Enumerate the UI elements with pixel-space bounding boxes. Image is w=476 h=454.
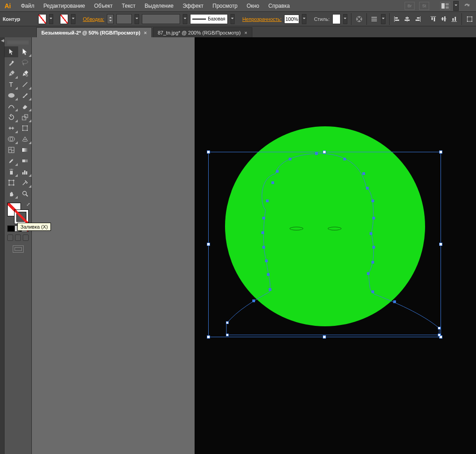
menu-help[interactable]: Справка xyxy=(265,1,293,10)
type-tool[interactable]: T xyxy=(5,79,18,90)
paintbrush-tool[interactable] xyxy=(18,90,32,101)
opacity-link[interactable]: Непрозрачность: xyxy=(242,16,281,22)
anchor-point[interactable] xyxy=(226,334,229,336)
anchor-point[interactable] xyxy=(262,246,265,249)
variable-width-profile[interactable] xyxy=(142,14,180,24)
anchor-point[interactable] xyxy=(370,232,372,235)
anchor-point[interactable] xyxy=(261,231,264,234)
anchor-point[interactable] xyxy=(315,152,318,155)
anchor-point[interactable] xyxy=(362,172,365,175)
fill-swatch[interactable] xyxy=(38,14,46,24)
artboard-tool[interactable] xyxy=(5,177,18,188)
stock-icon[interactable]: St xyxy=(419,2,429,10)
bounding-box[interactable] xyxy=(208,152,441,337)
ellipse-tool[interactable] xyxy=(5,90,18,101)
eraser-tool[interactable] xyxy=(18,101,32,112)
column-graph-tool[interactable] xyxy=(18,166,32,177)
menu-object[interactable]: Объект xyxy=(90,1,116,10)
fill-swatch-dropdown[interactable] xyxy=(49,14,54,24)
direct-selection-tool[interactable] xyxy=(18,46,32,57)
stroke-swatch[interactable] xyxy=(60,14,68,24)
swap-fill-stroke-icon[interactable]: ⤢ xyxy=(26,202,30,207)
draw-behind[interactable] xyxy=(15,234,21,241)
anchor-point[interactable] xyxy=(276,170,279,173)
anchor-point[interactable] xyxy=(289,158,291,160)
anchor-point[interactable] xyxy=(269,288,271,291)
stroke-link[interactable]: Обводка: xyxy=(83,16,104,22)
menu-view[interactable]: Просмотр xyxy=(209,1,241,10)
bbox-handle-ml[interactable] xyxy=(207,243,210,246)
anchor-point[interactable] xyxy=(371,261,374,264)
align-dropdown[interactable] xyxy=(381,14,386,24)
free-transform-tool[interactable] xyxy=(18,123,32,134)
anchor-point[interactable] xyxy=(438,334,441,336)
perspective-grid-tool[interactable] xyxy=(18,134,32,145)
anchor-point[interactable] xyxy=(372,217,375,220)
panel-collapse-gutter[interactable]: ◀◀ xyxy=(0,37,5,454)
zoom-tool[interactable] xyxy=(18,188,32,199)
menu-file[interactable]: Файл xyxy=(17,1,38,10)
anchor-point[interactable] xyxy=(266,200,269,202)
anchor-point[interactable] xyxy=(271,181,274,184)
anchor-point[interactable] xyxy=(366,187,369,190)
anchor-point[interactable] xyxy=(371,200,374,202)
hand-tool[interactable] xyxy=(5,188,18,199)
align-panel-icon[interactable] xyxy=(371,14,378,24)
variable-width-dropdown[interactable] xyxy=(183,14,187,24)
anchor-point[interactable] xyxy=(226,321,229,324)
stroke-weight-field[interactable] xyxy=(116,14,132,24)
opacity-field[interactable]: 100% xyxy=(284,15,299,24)
screen-mode-button[interactable] xyxy=(13,245,24,253)
bbox-handle-tl[interactable] xyxy=(207,150,210,154)
bbox-handle-tr[interactable] xyxy=(439,150,442,154)
lasso-tool[interactable] xyxy=(18,57,32,68)
shaper-tool[interactable] xyxy=(5,101,18,112)
anchor-point[interactable] xyxy=(438,327,441,329)
menu-edit[interactable]: Редактирование xyxy=(40,1,89,10)
anchor-point[interactable] xyxy=(265,259,268,262)
align-hcenter-icon[interactable] xyxy=(403,14,411,24)
bridge-icon[interactable]: Br xyxy=(405,2,415,10)
bbox-handle-bl[interactable] xyxy=(207,335,210,339)
document-tab-1[interactable]: Безымянный-2* @ 50% (RGB/Просмотр) × xyxy=(36,27,152,37)
rotate-tool[interactable] xyxy=(5,112,18,123)
menu-effect[interactable]: Эффект xyxy=(179,1,207,10)
align-top-icon[interactable] xyxy=(429,14,437,24)
eyedropper-tool[interactable] xyxy=(5,155,18,166)
pen-tool[interactable] xyxy=(5,68,18,79)
menu-type[interactable]: Текст xyxy=(118,1,139,10)
sync-settings-icon[interactable] xyxy=(462,2,472,10)
anchor-point[interactable] xyxy=(393,300,396,303)
align-right-icon[interactable] xyxy=(414,14,421,24)
document-tab-2[interactable]: 87_tn.jpg* @ 200% (RGB/Просмотр) × xyxy=(153,27,252,37)
scale-tool[interactable] xyxy=(18,112,32,123)
symbol-sprayer-tool[interactable] xyxy=(5,166,18,177)
anchor-point[interactable] xyxy=(252,299,255,302)
align-left-icon[interactable] xyxy=(393,14,401,24)
draw-inside[interactable] xyxy=(23,234,29,241)
anchor-point[interactable] xyxy=(367,272,370,275)
bbox-handle-mr[interactable] xyxy=(439,243,442,246)
recolor-artwork-icon[interactable] xyxy=(355,14,363,24)
curvature-tool[interactable] xyxy=(18,68,32,79)
anchor-point[interactable] xyxy=(372,246,375,249)
magic-wand-tool[interactable] xyxy=(5,57,18,68)
slice-tool[interactable] xyxy=(18,177,32,188)
arrange-dropdown[interactable] xyxy=(453,1,459,11)
transform-panel-icon[interactable] xyxy=(466,14,473,24)
anchor-point[interactable] xyxy=(343,158,346,160)
stroke-weight-stepper[interactable] xyxy=(107,14,113,24)
menu-select[interactable]: Выделение xyxy=(141,1,177,10)
align-vcenter-icon[interactable] xyxy=(440,14,447,24)
stroke-swatch-dropdown[interactable] xyxy=(71,14,75,24)
draw-normal[interactable] xyxy=(7,234,13,241)
tools-panel-grip[interactable] xyxy=(5,40,31,45)
graphic-style-swatch[interactable] xyxy=(332,14,340,24)
width-tool[interactable] xyxy=(5,123,18,134)
gradient-tool[interactable] xyxy=(18,145,32,155)
graphic-style-dropdown[interactable] xyxy=(343,14,348,24)
stroke-color-box[interactable] xyxy=(15,210,28,224)
bbox-handle-bc[interactable] xyxy=(323,335,326,339)
line-segment-tool[interactable] xyxy=(18,79,32,90)
brush-definition[interactable]: Базовая xyxy=(190,14,228,24)
